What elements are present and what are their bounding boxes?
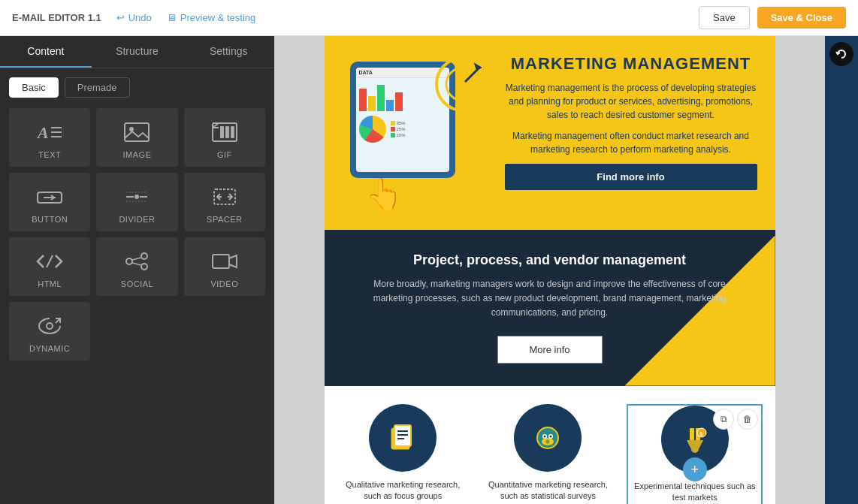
topbar: E-MAIL EDITOR 1.1 ↩ Undo 🖥 Preview & tes… [0,0,858,36]
spacer-widget-icon [210,185,240,209]
widget-social[interactable]: SOCIAL [96,237,177,296]
tab-content[interactable]: Content [0,36,92,68]
preview-action[interactable]: 🖥 Preview & testing [167,12,255,23]
widget-text-label: TEXT [38,150,61,159]
card-qualitative-icon [369,404,437,472]
svg-rect-11 [225,126,229,138]
card-qualitative: Qualitative marketing research, such as … [337,404,470,504]
svg-line-28 [132,263,141,265]
widget-dynamic-label: DYNAMIC [29,344,70,353]
topbar-right: Save Save & Close [699,6,846,29]
html-widget-icon [35,249,65,273]
svg-point-46 [550,435,552,437]
undo-history-button[interactable] [829,42,853,66]
email-section-cards: Qualitative marketing research, such as … [325,386,775,504]
widget-image[interactable]: IMAGE [96,108,177,167]
widget-social-label: SOCIAL [121,279,153,288]
undo-icon: ↩ [116,12,125,23]
filter-row: Basic Premade [9,77,265,98]
card-experimental: ⧉ 🗑 + $ Experimental techniques su [627,404,763,504]
marketing-image-area: DATA [343,54,493,212]
copy-button[interactable]: ⧉ [713,409,734,430]
card-quantitative-text: Quantitative marketing research, such as… [482,479,615,502]
email-container: DATA [325,36,775,504]
image-widget-icon [122,120,152,144]
svg-point-48 [547,441,548,442]
widget-spacer[interactable]: SPACER [184,173,265,231]
button-widget-icon [35,185,65,209]
text-widget-icon: A [35,120,65,144]
project-title: Project, process, and vendor management [355,252,745,268]
find-more-button[interactable]: Find more info [505,164,757,190]
widget-image-label: IMAGE [123,150,152,159]
email-section-marketing: DATA [325,36,775,230]
topbar-left: E-MAIL EDITOR 1.1 ↩ Undo 🖥 Preview & tes… [12,12,255,23]
card-quantitative-icon [514,404,582,472]
svg-rect-10 [220,126,224,138]
filter-basic[interactable]: Basic [9,77,59,98]
widget-dynamic[interactable]: DYNAMIC [9,302,90,361]
marketing-text-area: MARKETING MANAGEMENT Marketing managemen… [505,54,757,190]
svg-point-5 [129,127,134,131]
canvas[interactable]: DATA [274,36,825,504]
widget-gif[interactable]: GIF [184,108,265,167]
social-widget-icon [122,249,152,273]
email-section-project: Project, process, and vendor management … [325,230,775,386]
marketing-body2: Marketing management often conduct marke… [505,129,757,156]
svg-rect-12 [231,126,234,138]
tab-structure[interactable]: Structure [92,36,183,68]
gif-widget-icon [210,120,240,144]
svg-rect-49 [690,428,694,440]
add-content-button[interactable]: + [683,457,707,481]
card-qualitative-text: Qualitative marketing research, such as … [337,479,470,502]
widget-gif-label: GIF [217,150,232,159]
svg-point-30 [47,323,53,329]
svg-line-27 [132,258,141,260]
marketing-title: MARKETING MANAGEMENT [505,54,757,74]
delete-button[interactable]: 🗑 [737,409,758,430]
svg-text:A: A [36,123,49,142]
widget-button[interactable]: BUTTON [9,173,90,231]
main-layout: Content Structure Settings Basic Premade… [0,36,858,504]
svg-rect-29 [213,255,229,268]
save-button[interactable]: Save [699,6,750,29]
card-float-actions: ⧉ 🗑 [713,409,758,430]
card-experimental-text: Experimental techniques such as test mar… [628,481,761,504]
sidebar-content: Basic Premade A TEXT [0,68,274,504]
widget-text[interactable]: A TEXT [9,108,90,167]
svg-line-23 [47,255,53,267]
widget-video[interactable]: VIDEO [184,237,265,296]
marketing-body1: Marketing management is the process of d… [505,81,757,122]
right-panel [825,36,858,504]
widget-html-label: HTML [38,279,62,288]
svg-point-24 [126,258,132,264]
widget-divider-label: DIVIDER [119,215,155,224]
sidebar-tabs: Content Structure Settings [0,36,274,68]
svg-rect-4 [125,123,149,141]
dynamic-widget-icon [35,314,65,338]
undo-label: Undo [128,12,152,23]
divider-widget-icon [122,185,152,209]
svg-point-26 [141,264,147,270]
widget-grid: A TEXT [9,108,265,361]
project-body: More broadly, marketing managers work to… [355,277,745,321]
svg-point-45 [544,435,546,437]
svg-point-16 [134,195,139,199]
tab-settings[interactable]: Settings [183,36,274,68]
widget-html[interactable]: HTML [9,237,90,296]
widget-button-label: BUTTON [32,215,68,224]
more-info-button[interactable]: More info [497,336,603,364]
save-close-button[interactable]: Save & Close [757,7,846,29]
app-title: E-MAIL EDITOR 1.1 [12,12,101,23]
widget-divider[interactable]: DIVIDER [96,173,177,231]
svg-text:$: $ [699,430,703,437]
card-quantitative: Quantitative marketing research, such as… [482,404,615,504]
svg-point-25 [141,253,147,259]
filter-premade[interactable]: Premade [65,77,130,98]
widget-spacer-label: SPACER [207,215,242,224]
undo-action[interactable]: ↩ Undo [116,12,152,23]
widget-video-label: VIDEO [210,279,238,288]
sidebar: Content Structure Settings Basic Premade… [0,36,274,504]
preview-icon: 🖥 [167,12,177,23]
preview-label: Preview & testing [180,12,255,23]
